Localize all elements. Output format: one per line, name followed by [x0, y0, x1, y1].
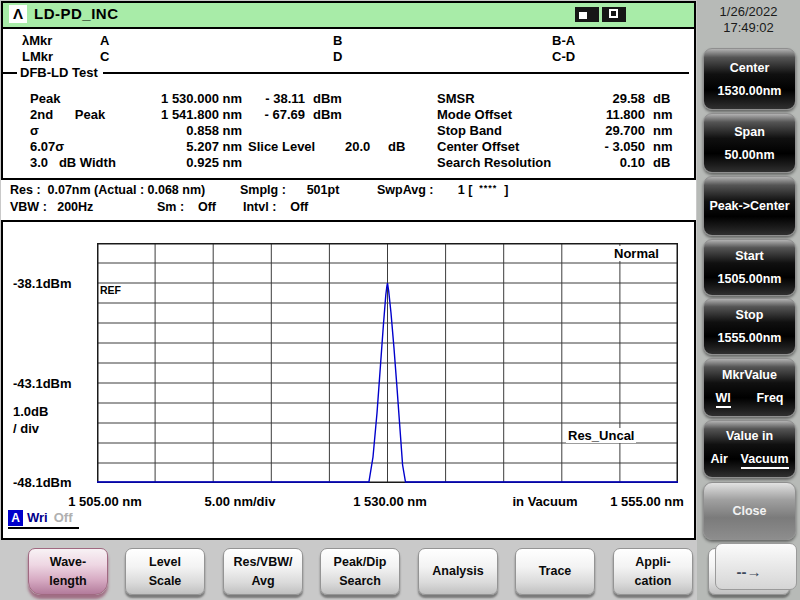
result-row-2nd-peak: 2nd Peak 1 541.800 nm - 67.69 dBm Mode O…	[0, 107, 697, 121]
result-label: 6.07σ	[30, 139, 64, 154]
marker-a-label: A	[100, 33, 109, 48]
result-unit: dBm	[313, 91, 342, 106]
window-title: LD-PD_INC	[34, 5, 119, 22]
sweep-average-stars: ****	[479, 183, 497, 193]
softkey-label: Start	[704, 249, 795, 263]
vbw-setting: VBW : 200Hz	[10, 200, 93, 214]
softkey-span[interactable]: Span 50.00nm	[703, 113, 796, 173]
marker-c-label: C	[100, 49, 109, 64]
y-axis-ref-label: -38.1dBm	[13, 276, 72, 291]
marker-ba-label: B-A	[552, 33, 575, 48]
x-axis-center-label: 1 530.00 nm	[340, 494, 440, 509]
ref-level-label: REF	[100, 284, 121, 296]
fnkey-label: cation	[614, 572, 692, 590]
result-label: Peak	[30, 91, 60, 106]
fnkey-label: Analysis	[419, 562, 497, 580]
slice-level-label: Slice Level	[248, 139, 315, 154]
fnkey-wavelength[interactable]: Wave- length	[28, 548, 108, 595]
level-marker-label: LMkr	[22, 49, 53, 64]
slice-level-unit: dB	[388, 139, 405, 154]
result-row-peak: Peak 1 530.000 nm - 38.11 dBm SMSR 29.58…	[0, 91, 697, 105]
option-air[interactable]: Air	[711, 452, 728, 469]
softkey-stop[interactable]: Stop 1555.00nm	[703, 298, 796, 355]
result-value: 0.858 nm	[118, 123, 242, 138]
marker-d-label: D	[333, 49, 342, 64]
result-label: 3.0 dB Width	[30, 155, 116, 170]
result-value: - 38.11	[246, 91, 305, 106]
result-unit: dB	[653, 155, 670, 170]
softkey-value: 1505.00nm	[704, 272, 795, 286]
softkey-peak-to-center[interactable]: Peak->Center	[703, 176, 796, 236]
fnkey-analysis[interactable]: Analysis	[418, 548, 498, 595]
date-display: 1/26/2022	[697, 4, 800, 19]
result-unit: nm	[653, 123, 673, 138]
result-unit: dB	[653, 91, 670, 106]
result-value: 1 530.000 nm	[118, 91, 242, 106]
fnkey-more-pages[interactable]: --→	[708, 548, 790, 595]
active-trace-badge: A	[8, 510, 23, 526]
option-wavelength[interactable]: Wl	[716, 391, 731, 408]
result-unit: dBm	[313, 107, 342, 122]
softkey-label: Peak->Center	[704, 199, 795, 213]
fnkey-application[interactable]: Appli- cation	[613, 548, 693, 595]
sweep-mode-label: Normal	[612, 246, 661, 261]
softkey-center[interactable]: Center 1530.00nm	[703, 48, 796, 110]
interval-setting: Intvl : Off	[243, 200, 308, 214]
app-logo-icon: Λ	[9, 5, 27, 23]
result-row-6sigma: 6.07σ 5.207 nm Slice Level 20.0 dB Cente…	[0, 139, 697, 153]
option-frequency[interactable]: Freq	[756, 391, 783, 408]
x-axis-stop-label: 1 555.00 nm	[592, 494, 702, 509]
minimize-button[interactable]	[575, 7, 599, 22]
fnkey-peak-dip-search[interactable]: Peak/Dip Search	[320, 548, 400, 595]
fnkey-label: Scale	[126, 572, 204, 590]
softkey-marker-value[interactable]: MkrValue Wl Freq	[703, 358, 796, 417]
result-value: 1 541.800 nm	[118, 107, 242, 122]
softkey-label: Close	[704, 504, 795, 518]
option-vacuum[interactable]: Vacuum	[741, 452, 789, 469]
softkey-value-in[interactable]: Value in Air Vacuum	[703, 420, 796, 478]
result-value: 11.800	[553, 107, 645, 122]
result-label: SMSR	[437, 91, 475, 106]
sweep-average-setting: SwpAvg : 1 [ **** ]	[377, 183, 508, 197]
fnkey-trace[interactable]: Trace	[515, 548, 595, 595]
softkey-value: 1555.00nm	[704, 331, 795, 345]
trace-status: A Wri Off	[8, 508, 79, 529]
softkey-label: Center	[704, 61, 795, 75]
x-axis-per-div-label: 5.00 nm/div	[190, 494, 290, 509]
trace-state: Off	[54, 510, 73, 525]
result-label: Search Resolution	[437, 155, 551, 170]
sweep-average-suffix: ]	[497, 183, 508, 197]
result-row-sigma: σ 0.858 nm Stop Band 29.700 nm	[0, 123, 697, 137]
fnkey-label: Appli-	[614, 553, 692, 571]
y-axis-bottom-label: -48.1dBm	[13, 475, 72, 490]
trace-write-mode: Wri	[27, 510, 48, 525]
divider-line	[103, 72, 689, 74]
next-page-arrow-icon: --→	[709, 561, 789, 583]
result-value: - 3.050	[553, 139, 645, 154]
result-value: 5.207 nm	[118, 139, 242, 154]
result-label: 2nd Peak	[30, 107, 105, 122]
fnkey-label: Avg	[224, 572, 302, 590]
maximize-button[interactable]	[602, 7, 626, 22]
fnkey-level-scale[interactable]: Level Scale	[125, 548, 205, 595]
result-unit: nm	[653, 139, 673, 154]
slice-level-value: 20.0	[345, 139, 370, 154]
result-value: 29.700	[553, 123, 645, 138]
x-axis-medium-label: in Vacuum	[495, 494, 595, 509]
softkey-start[interactable]: Start 1505.00nm	[703, 239, 796, 296]
y-axis-mid-label: -43.1dBm	[13, 376, 72, 391]
softkey-label: Value in	[704, 429, 795, 443]
osa-screen: Λ LD-PD_INC λMkr A B B-A LMkr C D C-D DF…	[0, 0, 800, 600]
result-value: 0.925 nm	[118, 155, 242, 170]
y-scale-per-div-label: 1.0dB	[13, 404, 48, 419]
smoothing-setting: Sm : Off	[157, 200, 216, 214]
fnkey-res-vbw-avg[interactable]: Res/VBW/ Avg	[223, 548, 303, 595]
softkey-label: Stop	[704, 308, 795, 322]
softkey-close[interactable]: Close	[703, 482, 796, 540]
x-axis-start-label: 1 505.00 nm	[55, 494, 155, 509]
softkey-value: 50.00nm	[704, 148, 795, 162]
wavelength-marker-label: λMkr	[22, 33, 52, 48]
fnkey-label: Wave-	[29, 553, 107, 571]
softkey-label: MkrValue	[704, 368, 795, 382]
fnkey-label: Res/VBW/	[224, 553, 302, 571]
